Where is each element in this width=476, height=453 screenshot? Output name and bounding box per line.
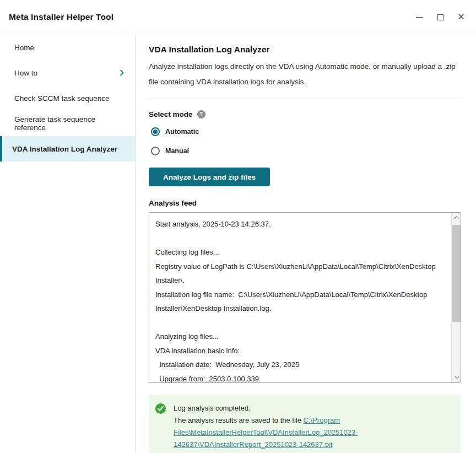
help-icon[interactable]: ? <box>197 110 205 118</box>
result-panel: Log analysis completed. The analysis res… <box>149 395 461 453</box>
window-title: Meta Installer Helper Tool <box>0 12 113 22</box>
scroll-up-icon[interactable] <box>452 213 461 224</box>
sidebar-item-label: VDA Installation Log Analyzer <box>12 145 117 153</box>
success-check-icon <box>155 403 166 414</box>
radio-checked-icon <box>151 127 160 136</box>
minimize-icon <box>416 17 423 18</box>
close-button[interactable]: ✕ <box>451 6 472 28</box>
analysis-feed-box[interactable]: Start analysis, 2025-10-23 14:26:37. Col… <box>149 212 461 383</box>
sidebar-item-label: How to <box>14 69 37 77</box>
title-bar: Meta Installer Helper Tool ✕ <box>0 0 476 34</box>
sidebar: Home How to Check SCCM task sequence Gen… <box>0 35 136 453</box>
result-zip-line: All log files and analysis reports are z… <box>174 451 447 453</box>
scroll-down-icon[interactable] <box>452 371 461 382</box>
maximize-icon <box>437 14 443 20</box>
radio-manual-label: Manual <box>165 147 189 155</box>
result-saved-prefix: The analysis results are saved to the fi… <box>174 416 304 424</box>
minimize-button[interactable] <box>409 6 430 28</box>
page-title: VDA Installation Log Analyzer <box>149 45 461 55</box>
maximize-button[interactable] <box>430 6 451 28</box>
feed-scrollbar-thumb[interactable] <box>452 225 461 322</box>
sidebar-item-label: Home <box>14 44 34 52</box>
select-mode-label: Select mode <box>149 110 193 118</box>
main-content: VDA Installation Log Analyzer Analyze in… <box>136 35 476 453</box>
section-divider <box>149 99 461 99</box>
window-controls: ✕ <box>409 0 472 34</box>
analysis-feed-text: Start analysis, 2025-10-23 14:26:37. Col… <box>149 213 451 382</box>
sidebar-item-label: Check SCCM task sequence <box>14 94 110 103</box>
analyze-logs-button[interactable]: Analyze Logs and zip files <box>149 168 270 186</box>
radio-unchecked-icon <box>151 147 160 155</box>
sidebar-item-home[interactable]: Home <box>0 35 135 60</box>
chevron-right-icon <box>120 69 124 76</box>
radio-option-manual[interactable]: Manual <box>149 145 461 157</box>
radio-option-automatic[interactable]: Automatic <box>149 126 461 138</box>
sidebar-item-check-sccm-task-sequence[interactable]: Check SCCM task sequence <box>0 85 135 111</box>
close-icon: ✕ <box>457 13 464 21</box>
radio-automatic-label: Automatic <box>165 128 199 136</box>
select-mode-row: Select mode ? <box>149 110 461 118</box>
sidebar-item-label: Generate task sequence reference <box>14 115 127 132</box>
sidebar-item-vda-installation-log-analyzer[interactable]: VDA Installation Log Analyzer <box>0 136 135 161</box>
sidebar-item-generate-task-sequence-reference[interactable]: Generate task sequence reference <box>0 111 135 136</box>
feed-scrollbar[interactable] <box>451 213 461 382</box>
app-window: Meta Installer Helper Tool ✕ Home How to… <box>0 0 476 453</box>
result-message: Log analysis completed. The analysis res… <box>174 402 447 453</box>
result-completed-line: Log analysis completed. <box>174 402 447 414</box>
result-saved-line: The analysis results are saved to the fi… <box>174 414 447 451</box>
page-description: Analyze installation logs directly on th… <box>149 59 461 90</box>
sidebar-item-how-to[interactable]: How to <box>0 60 135 85</box>
analysis-feed-label: Analysis feed <box>149 199 461 207</box>
